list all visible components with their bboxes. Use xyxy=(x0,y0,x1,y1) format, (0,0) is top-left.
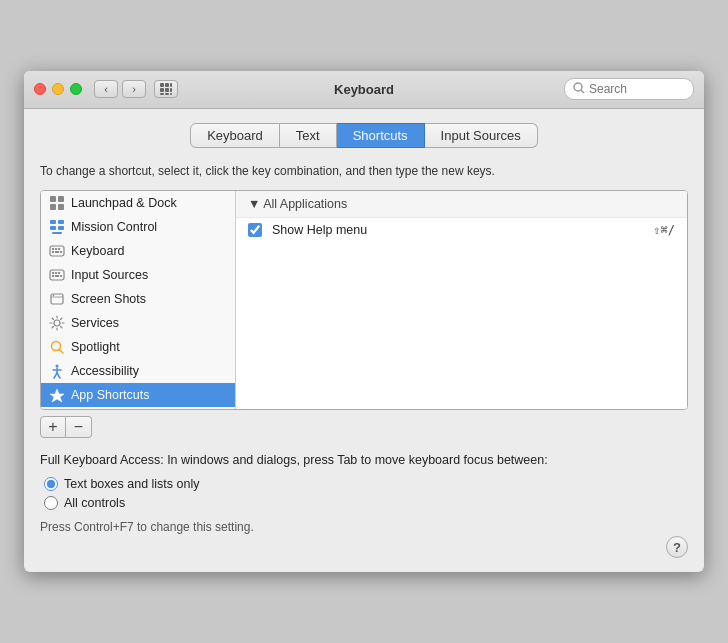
sidebar-item-launchpad[interactable]: Launchpad & Dock xyxy=(41,191,235,215)
svg-rect-23 xyxy=(58,248,60,250)
sidebar-item-spotlight[interactable]: Spotlight xyxy=(41,335,235,359)
radio-group: Text boxes and lists only All controls xyxy=(44,477,688,510)
radio-all-controls-label: All controls xyxy=(64,496,125,510)
svg-line-43 xyxy=(54,373,57,378)
svg-rect-21 xyxy=(52,248,54,250)
accessibility-icon xyxy=(49,363,65,379)
nav-buttons: ‹ › xyxy=(94,80,146,98)
svg-rect-11 xyxy=(50,196,56,202)
app-shortcuts-icon xyxy=(49,387,65,403)
svg-rect-2 xyxy=(170,83,172,87)
list-controls: + − xyxy=(40,416,688,438)
services-icon xyxy=(49,315,65,331)
sidebar-item-keyboard-label: Keyboard xyxy=(71,244,125,258)
sidebar-item-launchpad-label: Launchpad & Dock xyxy=(71,196,177,210)
sidebar-item-app-shortcuts-label: App Shortcuts xyxy=(71,388,150,402)
svg-point-40 xyxy=(56,364,59,367)
svg-rect-32 xyxy=(55,275,59,277)
svg-rect-0 xyxy=(160,83,164,87)
svg-rect-3 xyxy=(160,88,164,92)
shortcut-row: Show Help menu ⇧⌘/ xyxy=(236,218,687,242)
svg-rect-1 xyxy=(165,83,169,87)
right-header-text: ▼ All Applications xyxy=(248,197,347,211)
full-access-section: Full Keyboard Access: In windows and dia… xyxy=(40,452,688,511)
svg-rect-28 xyxy=(52,272,54,274)
grid-button[interactable] xyxy=(154,80,178,98)
full-access-label: Full Keyboard Access: In windows and dia… xyxy=(40,452,688,470)
sidebar-item-accessibility-label: Accessibility xyxy=(71,364,139,378)
radio-text-boxes-input[interactable] xyxy=(44,477,58,491)
svg-point-36 xyxy=(53,294,55,296)
radio-text-boxes-label: Text boxes and lists only xyxy=(64,477,200,491)
tab-keyboard[interactable]: Keyboard xyxy=(190,123,280,148)
main-panel: Launchpad & Dock Mission Control Keyboar… xyxy=(40,190,688,410)
right-panel-header: ▼ All Applications xyxy=(236,191,687,218)
sidebar-item-accessibility[interactable]: Accessibility xyxy=(41,359,235,383)
sidebar-item-mission-control[interactable]: Mission Control xyxy=(41,215,235,239)
sidebar-item-app-shortcuts[interactable]: App Shortcuts xyxy=(41,383,235,407)
svg-rect-7 xyxy=(165,93,169,95)
search-box[interactable] xyxy=(564,78,694,100)
spotlight-icon xyxy=(49,339,65,355)
svg-line-39 xyxy=(59,349,63,353)
tab-input-sources[interactable]: Input Sources xyxy=(425,123,538,148)
sidebar-item-keyboard[interactable]: Keyboard xyxy=(41,239,235,263)
launchpad-icon xyxy=(49,195,65,211)
svg-rect-15 xyxy=(50,220,56,224)
right-panel: ▼ All Applications Show Help menu ⇧⌘/ xyxy=(236,191,687,409)
svg-point-37 xyxy=(54,320,60,326)
input-sources-icon xyxy=(49,267,65,283)
remove-shortcut-button[interactable]: − xyxy=(66,416,92,438)
search-input[interactable] xyxy=(589,82,685,96)
tab-text[interactable]: Text xyxy=(280,123,337,148)
svg-rect-31 xyxy=(52,275,54,277)
svg-rect-5 xyxy=(170,88,172,92)
back-button[interactable]: ‹ xyxy=(94,80,118,98)
sidebar-item-services[interactable]: Services xyxy=(41,311,235,335)
minimize-button[interactable] xyxy=(52,83,64,95)
svg-rect-17 xyxy=(50,226,56,230)
maximize-button[interactable] xyxy=(70,83,82,95)
show-help-menu-checkbox[interactable] xyxy=(248,223,262,237)
svg-rect-19 xyxy=(52,232,62,234)
svg-rect-33 xyxy=(60,275,62,277)
svg-rect-26 xyxy=(60,251,62,253)
add-shortcut-button[interactable]: + xyxy=(40,416,66,438)
svg-rect-22 xyxy=(55,248,57,250)
sidebar-item-screenshots[interactable]: Screen Shots xyxy=(41,287,235,311)
sidebar-item-input-sources[interactable]: Input Sources xyxy=(41,263,235,287)
show-help-menu-label: Show Help menu xyxy=(272,223,653,237)
svg-point-9 xyxy=(574,83,582,91)
description-text: To change a shortcut, select it, click t… xyxy=(40,162,688,180)
sidebar-item-input-sources-label: Input Sources xyxy=(71,268,148,282)
sidebar-item-mission-control-label: Mission Control xyxy=(71,220,157,234)
sidebar-item-services-label: Services xyxy=(71,316,119,330)
keyboard-icon xyxy=(49,243,65,259)
radio-all-controls-input[interactable] xyxy=(44,496,58,510)
search-icon xyxy=(573,82,585,96)
svg-rect-25 xyxy=(55,251,59,253)
svg-rect-14 xyxy=(58,204,64,210)
titlebar: ‹ › Keyboard xyxy=(24,71,704,109)
footnote-text: Press Control+F7 to change this setting. xyxy=(40,520,688,534)
radio-text-boxes[interactable]: Text boxes and lists only xyxy=(44,477,688,491)
svg-rect-18 xyxy=(58,226,64,230)
content: Keyboard Text Shortcuts Input Sources To… xyxy=(24,109,704,573)
help-button[interactable]: ? xyxy=(666,536,688,558)
svg-rect-29 xyxy=(55,272,57,274)
tab-shortcuts[interactable]: Shortcuts xyxy=(337,123,425,148)
forward-button[interactable]: › xyxy=(122,80,146,98)
show-help-menu-keys: ⇧⌘/ xyxy=(653,223,675,237)
svg-rect-13 xyxy=(50,204,56,210)
svg-line-44 xyxy=(57,373,60,378)
svg-rect-24 xyxy=(52,251,54,253)
svg-line-10 xyxy=(581,90,584,93)
bottom-row: ? xyxy=(40,540,688,558)
tab-bar: Keyboard Text Shortcuts Input Sources xyxy=(40,123,688,148)
sidebar-item-spotlight-label: Spotlight xyxy=(71,340,120,354)
close-button[interactable] xyxy=(34,83,46,95)
svg-rect-8 xyxy=(170,93,172,95)
sidebar-item-screenshots-label: Screen Shots xyxy=(71,292,146,306)
mission-control-icon xyxy=(49,219,65,235)
radio-all-controls[interactable]: All controls xyxy=(44,496,688,510)
